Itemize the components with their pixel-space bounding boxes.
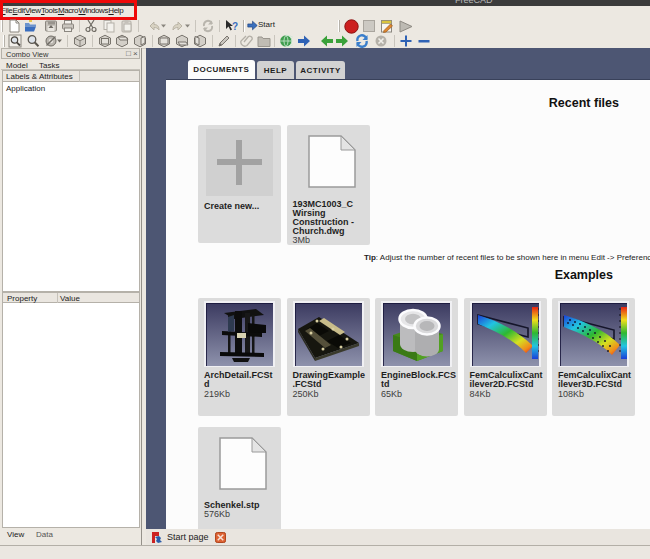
svg-text:?: ? — [232, 21, 238, 32]
